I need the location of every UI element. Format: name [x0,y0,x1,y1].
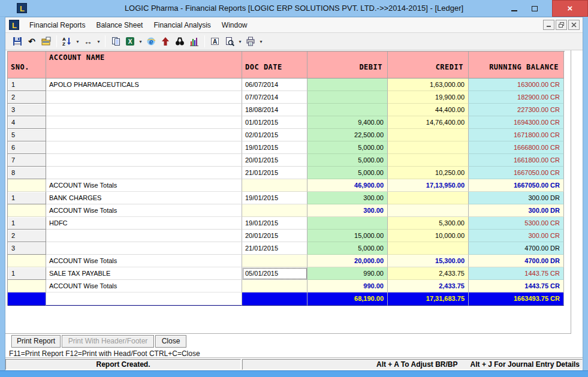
running-balance-cell[interactable]: 182900.00 CR [469,91,564,104]
sno-cell[interactable]: 3 [8,242,46,255]
col-width-dropdown-icon[interactable]: ▾ [95,39,102,44]
debit-cell[interactable] [307,217,388,230]
debit-cell[interactable]: 20,000.00 [307,255,388,267]
doc-date-cell[interactable]: 01/01/2015 [242,116,307,129]
credit-cell[interactable] [388,242,469,255]
running-balance-cell[interactable]: 300.00 CR [469,230,564,242]
menu-balance-sheet[interactable]: Balance Sheet [91,17,148,33]
col-width-icon[interactable]: ↔ [81,34,95,49]
sort-az-dropdown-icon[interactable]: ▾ [74,39,81,44]
doc-date-cell[interactable]: 19/01/2015 [242,141,307,154]
doc-date-cell[interactable] [242,204,307,217]
menu-financial-analysis[interactable]: Financial Analysis [148,17,216,33]
credit-cell[interactable]: 10,250.00 [388,167,469,179]
sno-cell[interactable]: 1 [8,267,46,280]
maximize-button[interactable] [524,0,545,17]
print-preview-dropdown-icon[interactable]: ▾ [237,39,243,44]
mdi-minimize-button[interactable] [543,20,554,30]
debit-cell[interactable]: 15,000.00 [307,230,388,242]
sno-cell[interactable]: 7 [8,154,46,167]
running-balance-cell[interactable]: 5300.00 CR [469,217,564,230]
credit-cell[interactable]: 10,000.00 [388,230,469,242]
save-icon[interactable] [10,34,25,49]
running-balance-cell[interactable]: 1667050.00 CR [469,167,564,179]
doc-date-cell[interactable] [242,179,307,192]
running-balance-cell[interactable]: 163000.00 CR [469,79,564,91]
credit-cell[interactable]: 2,433.75 [388,280,469,292]
print-dropdown-icon[interactable]: ▾ [258,39,264,44]
debit-cell[interactable]: 46,900.00 [307,179,388,192]
sno-cell[interactable]: 1 [8,79,46,91]
running-balance-cell[interactable]: 300.00 DR [469,204,564,217]
copy-icon[interactable] [108,34,123,49]
doc-date-cell[interactable]: 19/01/2015 [242,192,307,204]
credit-cell[interactable]: 15,300.00 [388,255,469,267]
menu-window[interactable]: Window [216,17,253,33]
print-report-button[interactable]: Print Report [11,335,61,348]
sno-cell[interactable]: 3 [8,104,46,116]
credit-cell[interactable]: 17,13,950.00 [388,179,469,192]
credit-cell[interactable]: 5,300.00 [388,217,469,230]
internet-icon[interactable]: e [144,34,158,49]
running-balance-cell[interactable]: 1694300.00 CR [469,116,564,129]
running-balance-cell[interactable]: 227300.00 CR [469,104,564,116]
doc-date-cell[interactable]: 20/01/2015 [242,230,307,242]
credit-cell[interactable]: 19,900.00 [388,91,469,104]
credit-cell[interactable] [388,204,469,217]
doc-date-cell[interactable]: 20/01/2015 [242,154,307,167]
credit-cell[interactable]: 2,433.75 [388,267,469,280]
credit-cell[interactable]: 44,400.00 [388,104,469,116]
debit-cell[interactable]: 300.00 [307,204,388,217]
font-icon[interactable]: A [208,34,222,49]
sno-cell[interactable]: 8 [8,167,46,179]
sno-cell[interactable]: 1 [8,217,46,230]
running-balance-cell[interactable]: 1666800.00 CR [469,141,564,154]
chart-icon[interactable] [187,34,201,49]
doc-date-cell[interactable] [242,292,307,306]
export-icon[interactable] [39,34,53,49]
doc-date-cell[interactable] [242,255,307,267]
credit-cell[interactable] [388,141,469,154]
running-balance-cell[interactable]: 1667050.00 CR [469,179,564,192]
doc-date-cell[interactable] [242,280,307,292]
running-balance-cell[interactable]: 1671800.00 CR [469,129,564,141]
running-balance-cell[interactable]: 1661800.00 CR [469,154,564,167]
credit-cell[interactable] [388,129,469,141]
credit-cell[interactable]: 17,31,683.75 [388,292,469,306]
credit-cell[interactable]: 1,63,000.00 [388,79,469,91]
close-button[interactable]: × [552,0,588,17]
sno-cell[interactable]: 2 [8,91,46,104]
sno-cell[interactable]: 5 [8,129,46,141]
debit-cell[interactable] [307,104,388,116]
debit-cell[interactable] [307,79,388,91]
doc-date-cell[interactable]: 21/01/2015 [242,242,307,255]
debit-cell[interactable]: 5,000.00 [307,141,388,154]
debit-cell[interactable]: 300.00 [307,192,388,204]
sno-cell[interactable]: 6 [8,141,46,154]
mdi-restore-button[interactable] [556,20,567,30]
print-icon[interactable] [243,34,258,49]
close-button[interactable]: Close [155,335,186,348]
debit-cell[interactable] [307,91,388,104]
running-balance-cell[interactable]: 4700.00 DR [469,242,564,255]
debit-cell[interactable]: 990.00 [307,280,388,292]
doc-date-cell[interactable]: 02/01/2015 [242,129,307,141]
menu-financial-reports[interactable]: Financial Reports [24,17,91,33]
debit-cell[interactable]: 990.00 [307,267,388,280]
sort-az-icon[interactable]: AZ [60,34,74,49]
minimize-button[interactable] [504,0,524,17]
running-balance-cell[interactable]: 1443.75 CR [469,267,564,280]
credit-cell[interactable]: 14,76,400.00 [388,116,469,129]
running-balance-cell[interactable]: 1443.75 CR [469,280,564,292]
sno-cell[interactable]: 2 [8,230,46,242]
undo-icon[interactable]: ↶ [25,34,39,49]
doc-date-cell[interactable]: 07/07/2014 [242,91,307,104]
debit-cell[interactable]: 22,500.00 [307,129,388,141]
doc-date-cell[interactable]: 18/08/2014 [242,104,307,116]
debit-cell[interactable]: 5,000.00 [307,154,388,167]
credit-cell[interactable] [388,154,469,167]
sno-cell[interactable]: 4 [8,116,46,129]
mdi-close-button[interactable] [568,20,580,30]
doc-date-cell[interactable]: 19/01/2015 [242,217,307,230]
upload-icon[interactable] [158,34,173,49]
